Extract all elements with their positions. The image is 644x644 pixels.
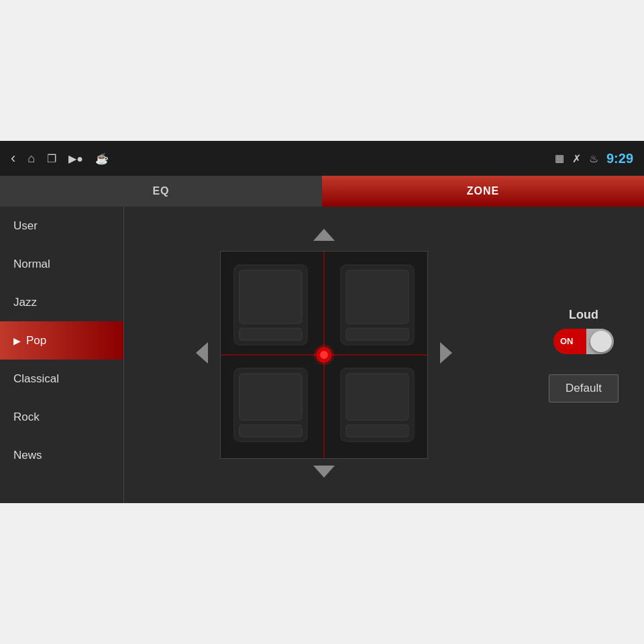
toggle-on-label: ON [560,336,574,346]
svg-rect-8 [345,328,408,340]
tab-zone[interactable]: ZONE [322,176,644,207]
camera-icon[interactable]: ▶● [68,152,83,165]
svg-marker-0 [313,229,335,241]
svg-marker-20 [440,342,452,364]
svg-rect-4 [239,270,301,323]
loud-section: Loud ON [553,308,614,354]
zone-down-button[interactable] [312,463,336,484]
zone-area [124,207,523,503]
play-arrow-icon: ▶ [13,335,21,346]
eq-item-rock[interactable]: Rock [0,398,123,436]
zone-image [220,251,428,459]
device-screen: ‹ ⌂ ❐ ▶● ☕ ▦ ✗ ♨ 9:29 EQ ZONE [0,141,644,503]
status-bar-left: ‹ ⌂ ❐ ▶● ☕ [11,150,109,167]
svg-rect-14 [345,425,408,437]
outer-frame: ‹ ⌂ ❐ ▶● ☕ ▦ ✗ ♨ 9:29 EQ ZONE [0,0,644,644]
svg-rect-11 [239,425,301,437]
time-display: 9:29 [606,151,633,166]
tab-bar: EQ ZONE [0,176,644,207]
default-button[interactable]: Default [549,374,619,402]
wifi-icon: ♨ [589,152,598,165]
svg-rect-13 [345,374,408,421]
status-bar-right: ▦ ✗ ♨ 9:29 [555,151,633,166]
eq-item-normal[interactable]: Normal [0,245,123,283]
svg-rect-7 [345,270,408,323]
svg-marker-1 [196,342,208,364]
cast-icon: ▦ [555,152,564,164]
svg-rect-10 [239,374,301,421]
bag-icon[interactable]: ☕ [95,152,109,165]
toggle-thumb [590,331,612,352]
zone-row [191,251,458,459]
svg-rect-5 [239,328,301,340]
back-icon[interactable]: ‹ [11,150,15,167]
eq-item-news[interactable]: News [0,436,123,474]
home-icon[interactable]: ⌂ [28,152,35,166]
eq-item-pop[interactable]: ▶ Pop [0,321,123,360]
main-content: User Normal Jazz ▶ Pop Classical Rock [0,207,644,503]
loud-toggle[interactable]: ON [553,329,614,354]
zone-right-button[interactable] [435,341,458,370]
status-bar: ‹ ⌂ ❐ ▶● ☕ ▦ ✗ ♨ 9:29 [0,141,644,176]
eq-item-jazz[interactable]: Jazz [0,283,123,321]
loud-label: Loud [569,308,598,322]
eq-item-classical[interactable]: Classical [0,360,123,398]
svg-point-18 [320,351,328,359]
svg-marker-21 [313,466,335,478]
windows-icon[interactable]: ❐ [47,152,56,165]
zone-up-button[interactable] [312,226,336,247]
tab-eq[interactable]: EQ [0,176,322,207]
zone-left-button[interactable] [191,341,213,370]
eq-sidebar: User Normal Jazz ▶ Pop Classical Rock [0,207,124,503]
eq-item-user[interactable]: User [0,207,123,245]
right-controls: Loud ON Default [523,207,644,503]
bluetooth-icon: ✗ [572,152,581,165]
